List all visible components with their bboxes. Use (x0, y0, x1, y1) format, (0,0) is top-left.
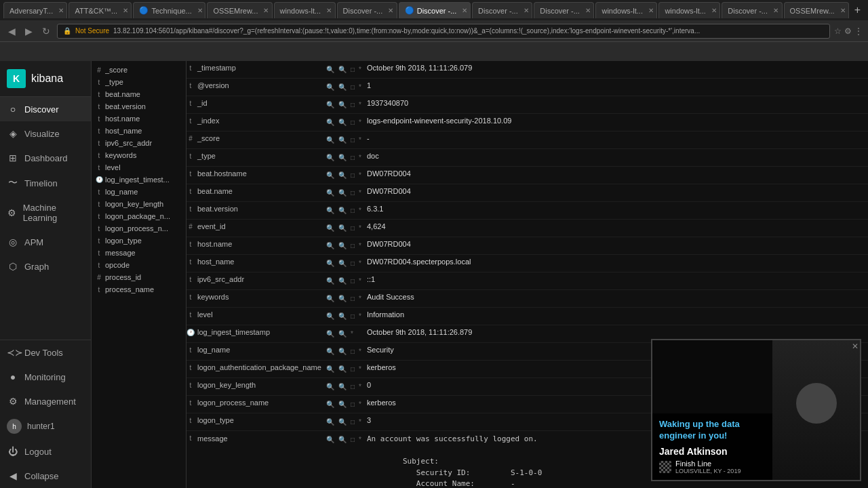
sidebar-item-monitoring[interactable]: ● Monitoring (0, 365, 91, 389)
filter-for-btn[interactable]: 🔍 (325, 277, 336, 285)
tab-windows1[interactable]: windows-lt... ✕ (274, 2, 336, 18)
toggle-col-btn[interactable]: □ (349, 312, 356, 321)
toggle-col-btn[interactable]: □ (349, 382, 356, 391)
sidebar-item-apm[interactable]: ◎ APM (0, 230, 91, 254)
toggle-col-btn[interactable]: □ (349, 118, 356, 127)
new-tab-button[interactable]: + (850, 4, 865, 16)
video-close-button[interactable]: ✕ (852, 342, 859, 351)
back-button[interactable]: ◀ (5, 24, 18, 38)
toggle-col-btn[interactable]: □ (349, 418, 356, 426)
field-keywords[interactable]: t keywords (92, 149, 186, 161)
filter-out-btn[interactable]: 🔍 (337, 418, 348, 426)
toggle-col-btn[interactable]: □ (349, 400, 356, 409)
toggle-col-btn[interactable]: □ (349, 83, 356, 92)
toggle-col-btn[interactable]: □ (349, 188, 356, 197)
toggle-col-btn[interactable]: □ (349, 171, 356, 180)
field-logon-type[interactable]: t logon_type (92, 235, 186, 247)
sidebar-item-timelion[interactable]: 〜 Timelion (0, 170, 91, 196)
filter-out-btn[interactable]: 🔍 (337, 136, 348, 144)
field-type[interactable]: t _type (92, 76, 186, 88)
tab-ossem2[interactable]: OSSEMrew... ✕ (784, 2, 849, 18)
filter-for-btn[interactable]: 🔍 (325, 418, 336, 426)
toggle-col-btn[interactable]: □ (349, 153, 356, 162)
filter-out-btn[interactable]: 🔍 (337, 100, 348, 109)
toggle-col-btn[interactable]: □ (349, 241, 356, 250)
filter-out-btn[interactable]: 🔍 (337, 241, 348, 250)
toggle-col-btn[interactable]: □ (349, 365, 356, 373)
filter-out-btn[interactable]: 🔍 (337, 118, 348, 127)
tab-close[interactable]: ✕ (840, 7, 846, 14)
toggle-col-btn[interactable]: □ (349, 206, 356, 215)
field-process-id[interactable]: # process_id (92, 271, 186, 283)
sidebar-item-devtools[interactable]: ≺≻ Dev Tools (0, 340, 91, 365)
field-beatname[interactable]: t beat.name (92, 88, 186, 100)
tab-adversary[interactable]: AdversaryT... ✕ (3, 2, 67, 18)
collapse-button[interactable]: ◀ Collapse (0, 464, 91, 488)
tab-close[interactable]: ✕ (585, 7, 591, 14)
field-logon-key[interactable]: t logon_key_length (92, 198, 186, 210)
filter-for-btn[interactable]: 🔍 (325, 171, 336, 180)
field-score[interactable]: # _score (92, 64, 186, 76)
filter-out-btn[interactable]: 🔍 (337, 206, 348, 215)
filter-out-btn[interactable]: 🔍 (337, 83, 348, 92)
field-hostname[interactable]: t host.name (92, 113, 186, 125)
tab-discover-active[interactable]: 🔵 Discover -... ✕ (399, 2, 471, 18)
filter-for-btn[interactable]: 🔍 (325, 312, 336, 321)
filter-out-btn[interactable]: 🔍 (337, 365, 348, 373)
tab-windows3[interactable]: windows-lt... ✕ (658, 2, 720, 18)
filter-for-btn[interactable]: 🔍 (325, 83, 336, 92)
sidebar-item-visualize[interactable]: ◈ Visualize (0, 121, 91, 146)
filter-out-btn[interactable]: 🔍 (337, 224, 348, 232)
tab-discover1[interactable]: Discover -... ✕ (337, 2, 397, 18)
tab-close[interactable]: ✕ (58, 7, 64, 14)
filter-for-btn[interactable]: 🔍 (325, 136, 336, 144)
tab-close-active[interactable]: ✕ (462, 7, 467, 14)
field-ipv6[interactable]: t ipv6_src_addr (92, 137, 186, 149)
field-logon-proc[interactable]: t logon_process_n... (92, 222, 186, 235)
filter-out-btn[interactable]: 🔍 (337, 259, 348, 268)
field-log-name[interactable]: t log_name (92, 186, 186, 198)
tab-discover2[interactable]: Discover -... ✕ (472, 2, 532, 18)
tab-attack[interactable]: ATT&CK™... ✕ (68, 2, 132, 18)
toggle-col-btn[interactable]: □ (349, 294, 356, 303)
filter-out-btn[interactable]: 🔍 (337, 171, 348, 180)
field-host-name[interactable]: t host_name (92, 125, 186, 137)
sidebar-item-graph[interactable]: ⬡ Graph (0, 254, 91, 279)
filter-for-btn[interactable]: 🔍 (325, 382, 336, 391)
filter-out-btn[interactable]: 🔍 (337, 329, 348, 338)
filter-out-btn[interactable]: 🔍 (337, 294, 348, 303)
sidebar-item-dashboard[interactable]: ⊞ Dashboard (0, 146, 91, 170)
filter-for-btn[interactable]: 🔍 (325, 118, 336, 127)
tab-technique[interactable]: 🔵 Technique... ✕ (133, 2, 205, 18)
field-beatversion[interactable]: t beat.version (92, 100, 186, 113)
toggle-col-btn[interactable]: □ (349, 65, 356, 74)
filter-out-btn[interactable]: 🔍 (337, 347, 348, 356)
logout-button[interactable]: ⏻ Logout (0, 439, 91, 464)
tab-ossem1[interactable]: OSSEMrew... ✕ (207, 2, 272, 18)
toggle-col-btn[interactable]: □ (349, 100, 356, 109)
filter-out-btn[interactable]: 🔍 (337, 435, 348, 444)
sidebar-item-ml[interactable]: ⚙ Machine Learning (0, 196, 91, 230)
field-logon-pkg[interactable]: t logon_package_n... (92, 210, 186, 222)
tab-close[interactable]: ✕ (388, 7, 393, 14)
tab-discover4[interactable]: Discover -... ✕ (722, 2, 782, 18)
filter-out-btn[interactable]: 🔍 (337, 400, 348, 409)
toggle-col-btn[interactable]: □ (349, 347, 356, 356)
tab-windows2[interactable]: windows-lt... ✕ (595, 2, 657, 18)
tab-close[interactable]: ✕ (263, 7, 269, 14)
tab-close[interactable]: ✕ (648, 7, 654, 14)
filter-for-btn[interactable]: 🔍 (325, 100, 336, 109)
tab-close[interactable]: ✕ (773, 7, 778, 14)
filter-out-btn[interactable]: 🔍 (337, 188, 348, 197)
filter-out-btn[interactable]: 🔍 (337, 153, 348, 162)
tab-close[interactable]: ✕ (123, 7, 128, 14)
filter-out-btn[interactable]: 🔍 (337, 65, 348, 74)
tab-discover3[interactable]: Discover -... ✕ (534, 2, 594, 18)
filter-for-btn[interactable]: 🔍 (325, 294, 336, 303)
toggle-col-btn[interactable]: □ (349, 224, 356, 232)
field-process-name[interactable]: t process_name (92, 283, 186, 296)
filter-for-btn[interactable]: 🔍 (325, 224, 336, 232)
field-message[interactable]: t message (92, 247, 186, 259)
filter-for-btn[interactable]: 🔍 (325, 241, 336, 250)
filter-for-btn[interactable]: 🔍 (325, 259, 336, 268)
